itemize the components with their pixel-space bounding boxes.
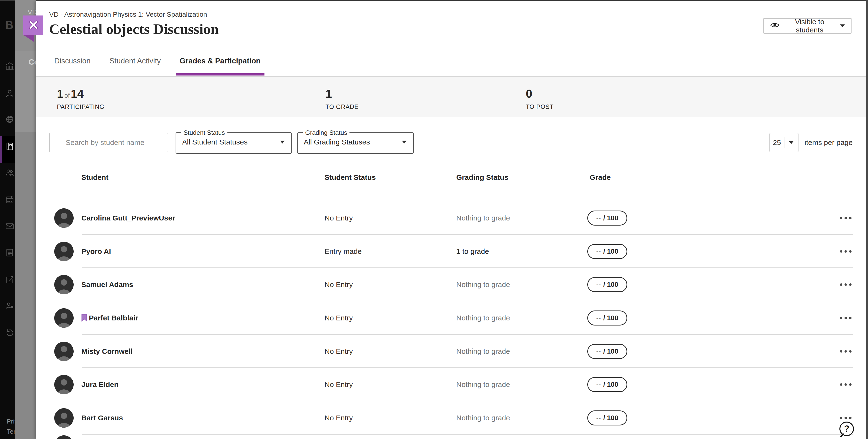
stat-to-grade-value: 1: [326, 88, 359, 100]
ellipsis-icon[interactable]: [838, 315, 854, 321]
stat-to-post: 0 TO POST: [526, 88, 554, 110]
student-name: Pyoro AI: [82, 247, 111, 256]
student-status-dropdown[interactable]: Student Status All Student Statuses: [176, 129, 292, 154]
help-glyph: ?: [844, 424, 849, 434]
stat-to-post-value: 0: [526, 88, 554, 100]
stat-participating-label: PARTICIPATING: [57, 103, 104, 110]
institution-icon[interactable]: [5, 61, 15, 71]
calendar-icon[interactable]: [5, 195, 15, 205]
stat-to-grade-label: TO GRADE: [326, 103, 359, 110]
grade-input[interactable]: --/ 100: [587, 244, 627, 259]
tab-student-activity[interactable]: Student Activity: [105, 57, 165, 75]
messages-icon[interactable]: [5, 221, 15, 231]
column-header-student: Student: [82, 173, 108, 181]
chevron-down-icon: [280, 141, 285, 143]
grades-icon[interactable]: [5, 141, 15, 151]
tab-discussion[interactable]: Discussion: [51, 57, 94, 75]
course-breadcrumb: VD - Astronavigation Physics 1: Vector S…: [49, 11, 207, 19]
search-input[interactable]: [49, 133, 168, 152]
close-panel-button[interactable]: [23, 15, 43, 35]
dimmed-course-title-fragment: VD: [28, 8, 36, 16]
eye-icon: [770, 22, 779, 30]
grading-status-cell: Nothing to grade: [456, 380, 510, 389]
sign-out-icon[interactable]: [5, 328, 15, 338]
table-row[interactable]: Bart Garsus No Entry Nothing to grade --…: [36, 401, 866, 435]
privacy-link[interactable]: Priv: [7, 418, 18, 425]
groups-icon[interactable]: [5, 167, 15, 178]
items-per-page-value: 25: [770, 138, 784, 147]
screen: B: [0, 0, 868, 439]
student-table: Carolina Gutt_PreviewUser No Entry Nothi…: [36, 201, 866, 435]
table-row[interactable]: Jura Elden No Entry Nothing to grade --/…: [36, 368, 866, 401]
tab-grades-participation[interactable]: Grades & Participation: [176, 57, 265, 75]
share-icon[interactable]: [5, 275, 15, 285]
stat-to-grade: 1 TO GRADE: [326, 88, 359, 110]
grading-status-dropdown-label: Grading Status: [303, 129, 349, 136]
table-row[interactable]: Parfet Balblair No Entry Nothing to grad…: [36, 301, 866, 335]
grade-input[interactable]: --/ 100: [587, 410, 627, 426]
dimmed-courses-heading-fragment: Co: [29, 58, 36, 67]
grade-input[interactable]: --/ 100: [587, 310, 627, 326]
avatar: [54, 342, 73, 361]
student-status-cell: Entry made: [324, 247, 362, 256]
avatar: [54, 408, 73, 428]
column-header-student-status: Student Status: [324, 173, 376, 181]
ellipsis-icon[interactable]: [838, 248, 854, 255]
ellipsis-icon[interactable]: [838, 281, 854, 288]
stat-participating-total: 14: [71, 88, 84, 100]
ellipsis-icon[interactable]: [838, 348, 854, 354]
page-title: Celestial objects Discussion: [49, 21, 219, 37]
nav-active-indicator: [0, 136, 2, 163]
student-status-cell: No Entry: [324, 214, 353, 222]
grading-status-dropdown[interactable]: Grading Status All Grading Statuses: [297, 129, 414, 154]
column-header-grade: Grade: [590, 173, 611, 181]
grading-status-cell: Nothing to grade: [456, 347, 510, 356]
profile-icon[interactable]: [5, 88, 15, 99]
discussion-panel: VD - Astronavigation Physics 1: Vector S…: [36, 1, 866, 439]
table-row[interactable]: Carolina Gutt_PreviewUser No Entry Nothi…: [36, 201, 866, 235]
visibility-dropdown-button[interactable]: Visible to students: [764, 18, 851, 34]
avatar: [54, 308, 73, 328]
avatar: [54, 375, 73, 394]
stat-to-post-label: TO POST: [526, 103, 554, 110]
avatar: [54, 275, 73, 294]
grading-status-cell: Nothing to grade: [456, 414, 510, 422]
grading-status-cell: Nothing to grade: [456, 314, 510, 322]
column-header-grading-status: Grading Status: [456, 173, 508, 181]
chevron-down-icon: [402, 141, 407, 143]
items-per-page-select[interactable]: 25: [769, 133, 799, 152]
student-status-cell: No Entry: [324, 380, 353, 389]
ellipsis-icon[interactable]: [838, 381, 854, 388]
student-status-dropdown-value: All Student Statuses: [182, 138, 248, 146]
help-icon[interactable]: ?: [839, 421, 854, 436]
student-status-cell: No Entry: [324, 314, 353, 322]
student-status-cell: No Entry: [324, 414, 353, 422]
nav-rail: B: [0, 1, 15, 439]
admin-icon[interactable]: [5, 301, 15, 311]
grading-status-cell: Nothing to grade: [456, 280, 510, 289]
feed-icon[interactable]: [5, 247, 15, 258]
table-row[interactable]: Misty Cornwell No Entry Nothing to grade…: [36, 335, 866, 368]
grade-input[interactable]: --/ 100: [587, 377, 627, 392]
grade-input[interactable]: --/ 100: [587, 344, 627, 359]
table-row[interactable]: Samuel Adams No Entry Nothing to grade -…: [36, 268, 866, 301]
student-name: Carolina Gutt_PreviewUser: [82, 214, 175, 222]
student-status-cell: No Entry: [324, 280, 353, 289]
brand-logo: B: [5, 19, 13, 31]
stat-participating: 1of14 PARTICIPATING: [57, 88, 104, 110]
grade-input[interactable]: --/ 100: [587, 277, 627, 292]
ellipsis-icon[interactable]: [838, 215, 854, 221]
grade-input[interactable]: --/ 100: [587, 210, 627, 226]
student-name: Jura Elden: [82, 380, 118, 389]
terms-link[interactable]: Ter: [7, 428, 16, 435]
student-name: Samuel Adams: [82, 280, 133, 289]
stat-participating-value: 1: [57, 88, 63, 100]
ellipsis-icon[interactable]: [838, 415, 854, 421]
globe-icon[interactable]: [5, 114, 15, 124]
student-name: Misty Cornwell: [82, 347, 133, 356]
student-name: Parfet Balblair: [82, 314, 138, 322]
grading-status-cell: Nothing to grade: [456, 214, 510, 222]
table-row[interactable]: Pyoro AI Entry made 1 to grade --/ 100: [36, 235, 866, 268]
items-per-page-label: items per page: [805, 133, 852, 152]
header-divider: [36, 51, 866, 51]
